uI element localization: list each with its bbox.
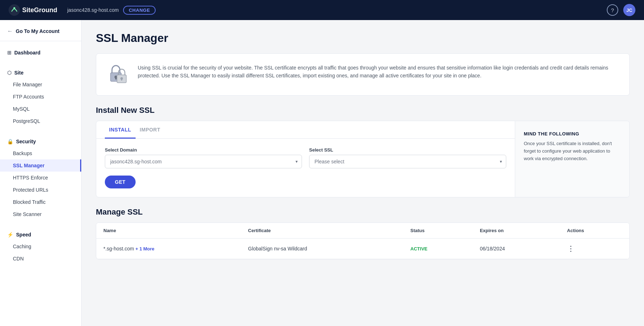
svg-rect-7	[121, 79, 122, 81]
sidebar-security-label: Security	[16, 139, 36, 144]
sidebar-section-site: ⬡ Site File Manager FTP Accounts MySQL P…	[0, 61, 81, 130]
domain-label: jasonc428.sg-host.com	[67, 7, 119, 13]
cell-name: *.sg-host.com + 1 More	[96, 239, 241, 259]
actions-menu-button[interactable]: ⋮	[567, 245, 574, 253]
status-badge: ACTIVE	[410, 246, 428, 251]
sidebar-item-dashboard[interactable]: ⊞ Dashboard	[0, 47, 81, 58]
sidebar-section-dashboard: ⊞ Dashboard	[0, 41, 81, 61]
install-card: INSTALL IMPORT Select Domain jasonc428.s…	[96, 121, 630, 197]
go-to-my-account[interactable]: ← Go To My Account	[0, 20, 81, 41]
ssl-form-group: Select SSL Please select ▾	[309, 147, 506, 168]
topnav: SiteGround jasonc428.sg-host.com CHANGE …	[0, 0, 644, 20]
go-back-label: Go To My Account	[16, 28, 59, 34]
help-icon: ?	[611, 7, 614, 13]
sidebar-item-https-enforce[interactable]: HTTPS Enforce	[0, 172, 81, 184]
ssl-select-wrapper: Please select ▾	[309, 155, 506, 168]
form-row: Select Domain jasonc428.sg-host.com ▾ Se…	[105, 147, 506, 168]
tab-install[interactable]: INSTALL	[105, 121, 136, 139]
aside-text: Once your SSL certificate is installed, …	[524, 140, 621, 162]
sidebar-item-ftp-accounts[interactable]: FTP Accounts	[0, 91, 81, 103]
manage-table: Name Certificate Status Expires on Actio…	[96, 223, 629, 259]
sidebar-item-protected-urls[interactable]: Protected URLs	[0, 184, 81, 196]
svg-point-0	[9, 4, 20, 16]
grid-icon: ⊞	[7, 50, 11, 56]
domain-name: *.sg-host.com	[103, 246, 134, 251]
col-actions: Actions	[560, 223, 629, 239]
domain-select-wrapper: jasonc428.sg-host.com ▾	[105, 155, 302, 168]
cell-actions: ⋮	[560, 239, 629, 259]
domain-form-group: Select Domain jasonc428.sg-host.com ▾	[105, 147, 302, 168]
manage-card: Name Certificate Status Expires on Actio…	[96, 222, 630, 259]
col-expires: Expires on	[473, 223, 560, 239]
table-row: *.sg-host.com + 1 More GlobalSign nv-sa …	[96, 239, 629, 259]
sidebar-item-security[interactable]: 🔒 Security	[0, 136, 81, 147]
change-button[interactable]: CHANGE	[123, 6, 156, 15]
col-certificate: Certificate	[241, 223, 403, 239]
page-title: SSL Manager	[96, 32, 630, 45]
sidebar: ← Go To My Account ⊞ Dashboard ⬡ Site Fi…	[0, 20, 82, 326]
col-status: Status	[403, 223, 473, 239]
sidebar-item-backups[interactable]: Backups	[0, 147, 81, 159]
cell-status: ACTIVE	[403, 239, 473, 259]
select-ssl-label: Select SSL	[309, 147, 506, 153]
manage-section-title: Manage SSL	[96, 207, 630, 217]
install-section-title: Install New SSL	[96, 106, 630, 115]
sidebar-item-postgresql[interactable]: PostgreSQL	[0, 115, 81, 127]
cell-certificate: GlobalSign nv-sa Wildcard	[241, 239, 403, 259]
ssl-lock-icon	[108, 64, 129, 85]
info-card-text: Using SSL is crucial for the security of…	[138, 64, 618, 80]
col-name: Name	[96, 223, 241, 239]
sidebar-section-security: 🔒 Security Backups SSL Manager HTTPS Enf…	[0, 130, 81, 223]
sidebar-item-caching[interactable]: Caching	[0, 240, 81, 253]
sidebar-item-site-scanner[interactable]: Site Scanner	[0, 208, 81, 220]
sidebar-section-speed: ⚡ Speed Caching CDN	[0, 223, 81, 268]
logo-text: SiteGround	[22, 6, 57, 14]
install-aside: MIND THE FOLLOWING Once your SSL certifi…	[515, 121, 629, 197]
logo: SiteGround	[9, 4, 57, 16]
svg-rect-4	[115, 78, 117, 80]
sidebar-item-mysql[interactable]: MySQL	[0, 103, 81, 115]
info-card: Using SSL is crucial for the security of…	[96, 53, 630, 96]
help-button[interactable]: ?	[607, 4, 618, 16]
cell-expires: 06/18/2024	[473, 239, 560, 259]
sidebar-item-ssl-manager[interactable]: SSL Manager	[0, 159, 81, 172]
bolt-icon: ⚡	[7, 232, 13, 238]
avatar[interactable]: JC	[623, 4, 635, 16]
get-button[interactable]: GET	[105, 176, 136, 188]
install-body: Select Domain jasonc428.sg-host.com ▾ Se…	[96, 139, 515, 188]
aside-title: MIND THE FOLLOWING	[524, 131, 621, 136]
back-arrow-icon: ←	[7, 28, 13, 34]
sidebar-dashboard-label: Dashboard	[14, 50, 40, 56]
tab-import[interactable]: IMPORT	[136, 121, 165, 139]
select-domain-label: Select Domain	[105, 147, 302, 153]
layout: ← Go To My Account ⊞ Dashboard ⬡ Site Fi…	[0, 20, 644, 326]
svg-point-1	[13, 7, 15, 9]
sidebar-speed-label: Speed	[16, 232, 31, 238]
sidebar-site-label: Site	[14, 70, 24, 76]
domain-select[interactable]: jasonc428.sg-host.com	[105, 155, 302, 168]
more-link[interactable]: + 1 More	[135, 246, 154, 251]
topnav-right: ? JC	[607, 4, 635, 16]
sidebar-item-file-manager[interactable]: File Manager	[0, 78, 81, 91]
ssl-select[interactable]: Please select	[309, 155, 506, 168]
lock-icon: 🔒	[7, 139, 13, 144]
sidebar-item-site[interactable]: ⬡ Site	[0, 67, 81, 78]
layers-icon: ⬡	[7, 70, 11, 76]
main-content: SSL Manager Using SSL is crucial for the…	[82, 20, 644, 326]
sidebar-item-blocked-traffic[interactable]: Blocked Traffic	[0, 196, 81, 208]
tabs: INSTALL IMPORT	[96, 121, 515, 139]
sidebar-item-cdn[interactable]: CDN	[0, 253, 81, 265]
install-main: INSTALL IMPORT Select Domain jasonc428.s…	[96, 121, 515, 197]
sidebar-item-speed[interactable]: ⚡ Speed	[0, 229, 81, 240]
